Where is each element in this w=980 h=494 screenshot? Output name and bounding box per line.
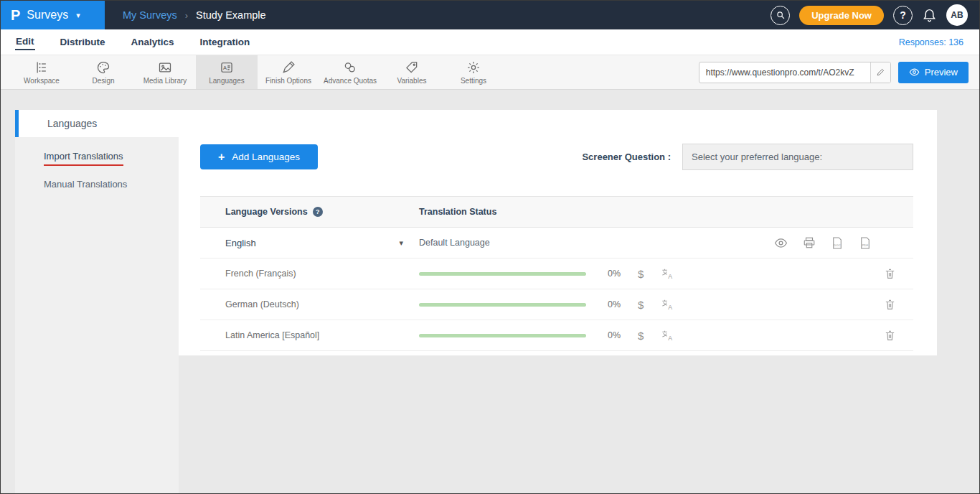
toolbar-label: Settings [461, 77, 486, 85]
table-row-default-language: English ▾ Default Language [200, 228, 913, 258]
chevron-down-icon: ▾ [76, 11, 80, 20]
svg-text:A: A [223, 64, 227, 70]
table-row-language: Latin America [Español] 0% $ A [200, 320, 913, 351]
toolbar-right: Preview [699, 55, 979, 89]
delete-language-button[interactable] [884, 267, 896, 280]
svg-text:A: A [669, 272, 673, 279]
toolbar-item-design[interactable]: Design [72, 55, 134, 89]
tab-integration[interactable]: Integration [199, 34, 251, 50]
toolbar-item-finish-options[interactable]: Finish Options [258, 55, 319, 89]
edit-url-button[interactable] [870, 62, 890, 83]
svg-text:PDF: PDF [862, 243, 869, 247]
column-header-label: Language Versions [225, 207, 308, 217]
avatar[interactable]: AB [946, 4, 968, 26]
doc-file-icon: DOC [831, 236, 844, 250]
paid-translation-icon[interactable]: $ [638, 299, 644, 311]
translation-status-cell: 0% $ A [419, 267, 884, 281]
toolbar-item-variables[interactable]: Variables [381, 55, 443, 89]
survey-section-tabs: Edit Distribute Analytics Integration Re… [1, 29, 979, 55]
tab-distribute[interactable]: Distribute [60, 34, 106, 50]
chevron-down-icon: ▾ [399, 238, 403, 248]
export-pdf-button[interactable]: PDF [859, 236, 872, 250]
topbar: P Surveys ▾ My Surveys › Study Example U… [1, 1, 979, 29]
toolbar-item-workspace[interactable]: Workspace [11, 55, 72, 89]
design-palette-icon [96, 60, 110, 75]
eye-icon [774, 236, 788, 250]
responses-count[interactable]: Responses: 136 [899, 37, 979, 47]
toolbar-label: Advance Quotas [324, 77, 377, 85]
row-actions [884, 298, 913, 311]
eye-icon [909, 67, 920, 78]
survey-url-input[interactable] [699, 67, 870, 78]
auto-translate-button[interactable]: A [661, 329, 674, 342]
view-button[interactable] [774, 236, 788, 250]
paid-translation-icon[interactable]: $ [638, 330, 644, 342]
app-window: P Surveys ▾ My Surveys › Study Example U… [0, 0, 980, 494]
breadcrumb-current-survey: Study Example [196, 9, 266, 21]
translation-percent: 0% [608, 269, 626, 279]
breadcrumb-my-surveys[interactable]: My Surveys [123, 9, 177, 21]
language-dropdown[interactable]: English ▾ [225, 238, 419, 248]
screener-question-select[interactable]: Select your preferred language: [682, 144, 913, 170]
toolbar-label: Variables [397, 77, 427, 85]
plus-icon: + [218, 151, 225, 164]
avatar-initials: AB [951, 10, 963, 20]
languages-card: Languages Import Translations Manual Tra… [15, 110, 937, 494]
help-icon[interactable]: ? [313, 207, 323, 217]
toolbar-item-advance-quotas[interactable]: Advance Quotas [319, 55, 381, 89]
toolbar-label: Media Library [143, 77, 187, 85]
question-mark-icon: ? [900, 9, 906, 21]
panel-title: Languages [47, 118, 97, 129]
toolbar-item-media-library[interactable]: Media Library [134, 55, 196, 89]
sidebar-item-manual-translations[interactable]: Manual Translations [15, 170, 179, 198]
add-languages-button[interactable]: + Add Languages [200, 144, 318, 169]
print-button[interactable] [803, 236, 816, 249]
status-cell: Default Language [419, 238, 774, 248]
sidebar-item-label: Manual Translations [44, 179, 127, 190]
delete-language-button[interactable] [884, 298, 896, 311]
toolbar-label: Finish Options [265, 77, 311, 85]
translation-percent: 0% [608, 299, 626, 309]
notifications-button[interactable] [922, 8, 937, 23]
auto-translate-button[interactable]: A [661, 267, 674, 281]
languages-main-panel: + Add Languages Screener Question : Sele… [179, 137, 937, 355]
preview-label: Preview [925, 67, 958, 78]
delete-language-button[interactable] [884, 329, 896, 342]
table-row-language: German (Deutsch) 0% $ A [200, 289, 913, 320]
table-row-language: French (Français) 0% $ A [200, 258, 913, 289]
svg-text:DOC: DOC [834, 243, 840, 247]
trash-icon [884, 267, 896, 280]
toolbar-item-languages[interactable]: A Languages [196, 55, 258, 89]
language-name-cell: Latin America [Español] [225, 330, 419, 340]
export-doc-button[interactable]: DOC [831, 236, 844, 250]
language-name: German (Deutsch) [225, 299, 299, 309]
paid-translation-icon[interactable]: $ [638, 268, 644, 280]
survey-url-box [699, 62, 891, 83]
upgrade-now-button[interactable]: Upgrade Now [799, 6, 884, 25]
help-button[interactable]: ? [893, 6, 913, 25]
sidebar-item-import-translations[interactable]: Import Translations [15, 142, 179, 170]
breadcrumb: My Surveys › Study Example [123, 9, 266, 21]
tab-edit[interactable]: Edit [15, 34, 35, 50]
default-language-label: Default Language [419, 238, 490, 248]
preview-button[interactable]: Preview [898, 62, 969, 83]
search-icon [776, 10, 786, 20]
languages-sidebar: Import Translations Manual Translations [15, 137, 179, 494]
variables-tag-icon [405, 60, 419, 75]
toolbar-item-settings[interactable]: Settings [443, 55, 504, 89]
bell-icon [922, 8, 937, 23]
screener-question-group: Screener Question : Select your preferre… [582, 144, 913, 170]
translation-progress-bar [419, 334, 586, 337]
auto-translate-button[interactable]: A [661, 298, 674, 312]
search-button[interactable] [771, 6, 790, 25]
card-body: Import Translations Manual Translations … [15, 137, 937, 494]
surveys-product-menu[interactable]: P Surveys ▾ [1, 1, 105, 29]
tab-analytics[interactable]: Analytics [131, 34, 175, 50]
questionpro-logo: P [11, 7, 20, 24]
main-top-row: + Add Languages Screener Question : Sele… [200, 144, 913, 170]
language-versions-table: Language Versions ? Translation Status E… [200, 196, 913, 351]
translation-status-cell: 0% $ A [419, 329, 884, 342]
sidebar-item-label: Import Translations [44, 151, 123, 166]
language-name-cell: German (Deutsch) [225, 299, 419, 309]
trash-icon [884, 329, 896, 342]
